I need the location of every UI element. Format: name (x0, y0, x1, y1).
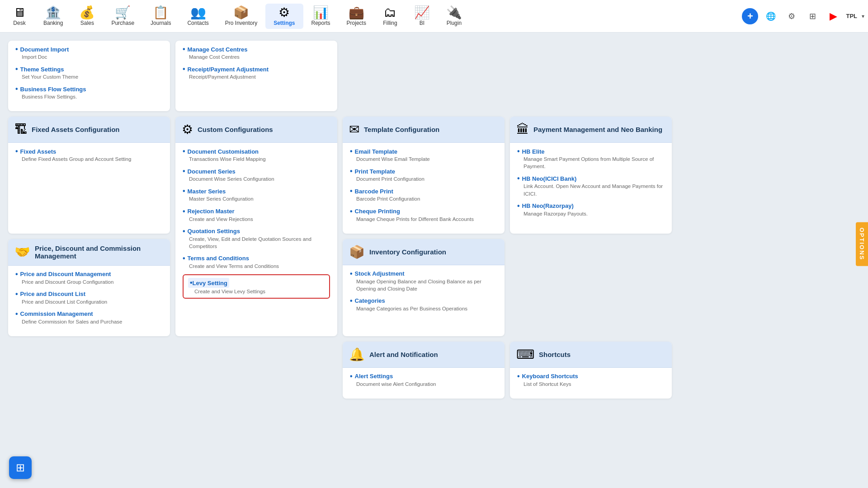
alert-settings-link[interactable]: Alert Settings (350, 372, 497, 380)
top-navigation: 🖥 Desk 🏦 Banking 💰 Sales 🛒 Purchase 📋 Jo… (0, 0, 868, 33)
price-discount-body: Price and Discount Management Price and … (8, 266, 170, 336)
doc-customisation-link[interactable]: Document Customisation (183, 147, 330, 155)
list-item: HB Elite Manage Smart Payment Options fr… (517, 147, 665, 170)
nav-item-purchase[interactable]: 🛒 Purchase (103, 4, 142, 29)
receipt-payment-desc: Receipt/Payment Adjustment (189, 73, 330, 80)
grid-launcher-icon: ⊞ (16, 461, 25, 474)
price-discount-list-link[interactable]: Price and Discount List (15, 290, 163, 298)
nav-icon-bi: 📈 (414, 6, 430, 19)
shortcuts-body: Keyboard Shortcuts List of Shortcut Keys (510, 368, 672, 399)
payment-mgmt-body: HB Elite Manage Smart Payment Options fr… (510, 143, 672, 228)
youtube-icon[interactable]: ▶ (825, 8, 841, 24)
receipt-payment-link[interactable]: Receipt/Payment Adjustment (183, 65, 330, 73)
shortcuts-title: Shortcuts (539, 351, 571, 358)
fixed-assets-icon: 🏗 (14, 122, 27, 137)
stock-adjustment-link[interactable]: Stock Adjustment (350, 270, 497, 278)
hb-neo-razorpay-link[interactable]: HB Neo(Razorpay) (517, 202, 665, 210)
nav-icon-sales: 💰 (79, 6, 95, 19)
fixed-assets-body: Fixed Assets Define Fixed Assets Group a… (8, 143, 170, 174)
list-item: Receipt/Payment Adjustment Receipt/Payme… (183, 65, 330, 80)
nav-item-settings[interactable]: ⚙ Settings (265, 4, 303, 29)
stock-adjustment-desc: Manage Opening Balance and Closing Balan… (356, 278, 497, 292)
alert-notification-header: 🔔 Alert and Notification (343, 342, 505, 368)
globe-icon[interactable]: 🌐 (763, 8, 779, 24)
nav-label-bi: BI (420, 20, 425, 26)
nav-item-filling[interactable]: 🗂 Filling (374, 4, 406, 29)
alert-notification-body: Alert Settings Document wise Alert Confi… (343, 368, 505, 399)
list-item: Document Series Document Wise Series Con… (183, 167, 330, 183)
hb-neo-icici-link[interactable]: HB Neo(ICICI Bank) (517, 174, 665, 183)
business-flow-link[interactable]: Business Flow Settings (15, 85, 163, 93)
print-template-link[interactable]: Print Template (350, 167, 497, 175)
nav-item-contacts[interactable]: 👥 Contacts (179, 4, 217, 29)
custom-config-icon: ⚙ (182, 122, 193, 137)
nav-item-pro-inventory[interactable]: 📦 Pro Inventory (217, 4, 265, 29)
payment-mgmt-icon: 🏛 (516, 122, 529, 137)
nav-item-desk[interactable]: 🖥 Desk (4, 4, 35, 29)
nav-item-journals[interactable]: 📋 Journals (142, 4, 179, 29)
levy-setting-link[interactable]: Levy Setting (188, 278, 229, 288)
rejection-master-link[interactable]: Rejection Master (183, 207, 330, 216)
dropdown-arrow[interactable]: ▾ (862, 13, 864, 19)
grid-launcher-button[interactable]: ⊞ (9, 456, 32, 479)
options-sidebar[interactable]: OPTIONS (856, 222, 868, 266)
keyboard-shortcuts-link[interactable]: Keyboard Shortcuts (517, 372, 665, 380)
categories-link[interactable]: Categories (350, 297, 497, 305)
nav-label-purchase: Purchase (111, 20, 134, 26)
nav-icon-journals: 📋 (153, 6, 169, 19)
nav-label-contacts: Contacts (187, 20, 208, 26)
nav-item-sales[interactable]: 💰 Sales (71, 4, 103, 29)
shortcuts-icon: ⌨ (516, 347, 534, 362)
commission-mgmt-link[interactable]: Commission Management (15, 310, 163, 318)
barcode-print-link[interactable]: Barcode Print (350, 187, 497, 195)
hb-elite-link[interactable]: HB Elite (517, 147, 665, 155)
inventory-config-body: Stock Adjustment Manage Opening Balance … (343, 265, 505, 323)
nav-label-banking: Banking (43, 20, 63, 26)
nav-icon-desk: 🖥 (13, 6, 26, 19)
doc-series-link[interactable]: Document Series (183, 167, 330, 175)
list-item: Alert Settings Document wise Alert Confi… (350, 372, 497, 388)
hb-neo-icici-desc: Link Account. Open New Account and Manag… (524, 183, 665, 197)
template-config-body: Email Template Document Wise Email Templ… (343, 143, 505, 233)
keyboard-shortcuts-desc: List of Shortcut Keys (524, 380, 665, 388)
settings-partial-body: Document Import Import Doc Theme Setting… (8, 41, 170, 111)
inventory-config-card: 📦 Inventory Configuration Stock Adjustme… (343, 239, 505, 336)
nav-item-plugin[interactable]: 🔌 Plugin (438, 4, 470, 29)
theme-settings-link[interactable]: Theme Settings (15, 65, 163, 73)
terms-conditions-link[interactable]: Terms and Conditions (183, 254, 330, 263)
nav-item-reports[interactable]: 📊 Reports (303, 4, 339, 29)
document-import-link[interactable]: Document Import (15, 45, 163, 53)
quotation-settings-link[interactable]: Quotation Settings (183, 227, 330, 235)
price-discount-mgmt-link[interactable]: Price and Discount Management (15, 270, 163, 278)
rejection-master-desc: Create and View Rejections (189, 216, 330, 223)
nav-icon-purchase: 🛒 (115, 6, 131, 19)
inventory-config-header: 📦 Inventory Configuration (343, 239, 505, 265)
nav-item-banking[interactable]: 🏦 Banking (35, 4, 71, 29)
grid-icon[interactable]: ⊞ (804, 8, 821, 24)
nav-icon-pro inventory: 📦 (233, 6, 249, 19)
document-import-desc: Import Doc (22, 53, 163, 61)
price-discount-mgmt-desc: Price and Discount Group Configuration (22, 278, 163, 286)
list-item: Email Template Document Wise Email Templ… (350, 147, 497, 163)
add-button[interactable]: + (742, 8, 758, 24)
master-series-link[interactable]: Master Series (183, 187, 330, 195)
list-item: HB Neo(ICICI Bank) Link Account. Open Ne… (517, 174, 665, 197)
fixed-assets-card: 🏗 Fixed Assets Configuration Fixed Asset… (8, 117, 170, 233)
fixed-assets-link[interactable]: Fixed Assets (15, 147, 163, 155)
template-config-header: ✉ Template Configuration (343, 117, 505, 143)
fixed-assets-desc: Define Fixed Assets Group and Account Se… (22, 155, 163, 163)
empty-col3-top (340, 38, 507, 114)
price-discount-list-desc: Price and Discount List Configuration (22, 298, 163, 305)
manage-cost-link[interactable]: Manage Cost Centres (183, 45, 330, 53)
nav-item-projects[interactable]: 💼 Projects (339, 4, 374, 29)
list-item: Quotation Settings Create, View, Edit an… (183, 227, 330, 250)
nav-label-projects: Projects (347, 20, 366, 26)
settings-icon[interactable]: ⚙ (783, 8, 800, 24)
email-template-link[interactable]: Email Template (350, 147, 497, 155)
nav-label-pro inventory: Pro Inventory (225, 20, 257, 26)
cheque-printing-link[interactable]: Cheque Printing (350, 207, 497, 216)
nav-label-desk: Desk (13, 20, 25, 26)
nav-item-bi[interactable]: 📈 BI (406, 4, 438, 29)
levy-setting-desc: Create and View Levy Settings (194, 288, 325, 295)
payment-mgmt-header: 🏛 Payment Management and Neo Banking (510, 117, 672, 143)
